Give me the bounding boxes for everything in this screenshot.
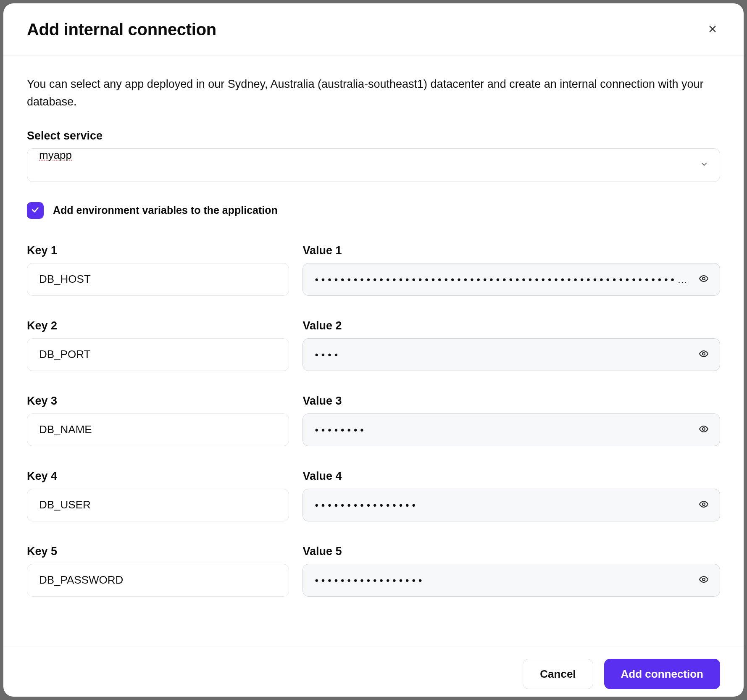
value-input[interactable]: ••••••••••••••••	[302, 489, 720, 521]
value-input[interactable]: •••••••••••••••••	[302, 564, 720, 597]
select-service-label: Select service	[27, 129, 720, 142]
value-wrap: •••••••••••••••••	[302, 564, 720, 597]
add-env-vars-label: Add environment variables to the applica…	[53, 204, 278, 216]
value-block: Value 3••••••••	[302, 395, 720, 446]
svg-point-3	[702, 353, 705, 355]
value-block: Value 5•••••••••••••••••	[302, 545, 720, 597]
value-wrap: ••••••••••••••••••••••••••••••••••••••••…	[302, 263, 720, 296]
key-input[interactable]	[27, 489, 289, 521]
modal-body: You can select any app deployed in our S…	[3, 55, 744, 647]
key-input[interactable]	[27, 413, 289, 446]
value-label: Value 4	[302, 470, 720, 483]
value-wrap: ••••••••••••••••	[302, 489, 720, 521]
key-label: Key 2	[27, 319, 289, 332]
modal-header: Add internal connection	[3, 3, 744, 55]
modal-title: Add internal connection	[27, 20, 216, 39]
key-label: Key 3	[27, 395, 289, 408]
modal-description: You can select any app deployed in our S…	[27, 76, 720, 111]
check-icon	[31, 205, 40, 216]
eye-icon	[699, 574, 709, 586]
value-wrap: ••••	[302, 338, 720, 371]
key-block: Key 1	[27, 244, 289, 296]
close-button[interactable]	[705, 22, 720, 37]
reveal-value-button[interactable]	[697, 423, 711, 437]
value-input[interactable]: ••••••••••••••••••••••••••••••••••••••••…	[302, 263, 720, 296]
svg-point-4	[702, 428, 705, 430]
close-icon	[708, 24, 717, 35]
value-wrap: ••••••••	[302, 413, 720, 446]
eye-icon	[699, 274, 709, 285]
reveal-value-button[interactable]	[697, 272, 711, 287]
value-label: Value 5	[302, 545, 720, 558]
value-block: Value 1•••••••••••••••••••••••••••••••••…	[302, 244, 720, 296]
add-connection-button[interactable]: Add connection	[604, 659, 720, 689]
value-block: Value 2••••	[302, 319, 720, 371]
key-label: Key 5	[27, 545, 289, 558]
reveal-value-button[interactable]	[697, 573, 711, 587]
select-service-value[interactable]: myapp	[27, 148, 720, 182]
value-input[interactable]: ••••	[302, 338, 720, 371]
value-label: Value 2	[302, 319, 720, 332]
eye-icon	[699, 499, 709, 511]
key-label: Key 1	[27, 244, 289, 257]
key-input[interactable]	[27, 338, 289, 371]
svg-point-6	[702, 578, 705, 581]
key-block: Key 4	[27, 470, 289, 521]
svg-point-5	[702, 503, 705, 505]
svg-point-2	[702, 277, 705, 280]
value-label: Value 3	[302, 395, 720, 408]
key-block: Key 5	[27, 545, 289, 597]
value-label: Value 1	[302, 244, 720, 257]
key-input[interactable]	[27, 263, 289, 296]
select-service[interactable]: myapp	[27, 148, 720, 182]
key-block: Key 2	[27, 319, 289, 371]
add-env-vars-checkbox[interactable]	[27, 202, 44, 219]
reveal-value-button[interactable]	[697, 347, 711, 362]
modal-footer: Cancel Add connection	[3, 647, 744, 697]
add-internal-connection-modal: Add internal connection You can select a…	[3, 3, 744, 697]
reveal-value-button[interactable]	[697, 498, 711, 512]
value-input[interactable]: ••••••••	[302, 413, 720, 446]
key-block: Key 3	[27, 395, 289, 446]
value-block: Value 4••••••••••••••••	[302, 470, 720, 521]
add-env-vars-row: Add environment variables to the applica…	[27, 202, 720, 219]
eye-icon	[699, 349, 709, 360]
eye-icon	[699, 424, 709, 435]
env-vars-grid: Key 1Value 1••••••••••••••••••••••••••••…	[27, 244, 720, 620]
cancel-button[interactable]: Cancel	[523, 659, 593, 689]
key-input[interactable]	[27, 564, 289, 597]
key-label: Key 4	[27, 470, 289, 483]
